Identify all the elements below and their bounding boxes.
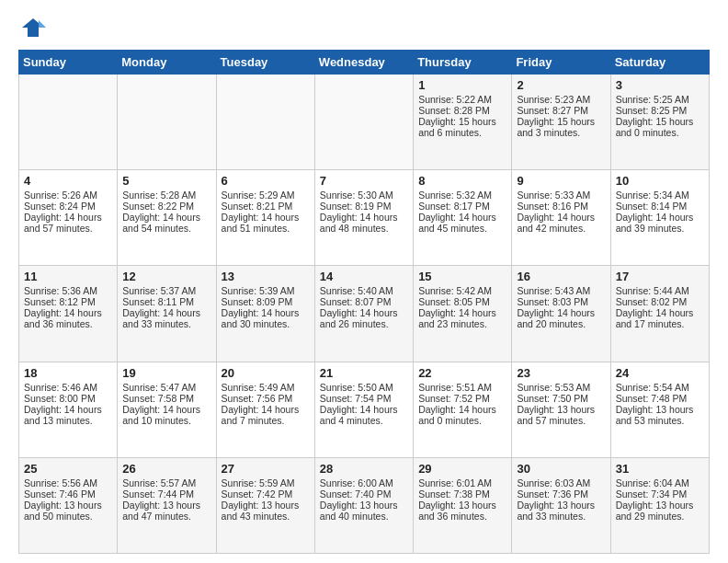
day-info: Sunrise: 5:23 AM [517, 94, 605, 105]
day-info: Daylight: 13 hours [517, 500, 605, 511]
day-info: and 33 minutes. [517, 511, 605, 522]
day-info: Sunrise: 5:49 AM [222, 382, 310, 393]
calendar-week-row: 25Sunrise: 5:56 AMSunset: 7:46 PMDayligh… [19, 457, 710, 553]
day-info: Sunrise: 5:59 AM [222, 477, 310, 488]
svg-marker-1 [39, 20, 46, 28]
calendar-cell: 14Sunrise: 5:40 AMSunset: 8:07 PMDayligh… [314, 266, 413, 362]
day-number: 5 [122, 174, 210, 188]
calendar-cell: 5Sunrise: 5:28 AMSunset: 8:22 PMDaylight… [118, 170, 216, 266]
day-info: and 6 minutes. [418, 127, 506, 138]
day-info: Daylight: 14 hours [418, 212, 506, 223]
day-info: Sunrise: 5:46 AM [24, 382, 112, 393]
day-info: Sunrise: 5:51 AM [418, 382, 506, 393]
calendar-cell: 10Sunrise: 5:34 AMSunset: 8:14 PMDayligh… [610, 170, 709, 266]
day-info: Sunrise: 5:28 AM [122, 190, 210, 201]
day-info: Sunset: 7:46 PM [24, 488, 112, 500]
day-info: Sunrise: 5:42 AM [418, 285, 506, 296]
day-number: 8 [418, 174, 506, 188]
day-number: 17 [616, 270, 704, 283]
day-info: Sunset: 8:22 PM [122, 201, 210, 212]
day-number: 18 [24, 366, 112, 380]
day-number: 29 [418, 462, 506, 476]
calendar-cell: 12Sunrise: 5:37 AMSunset: 8:11 PMDayligh… [118, 266, 216, 362]
day-info: Daylight: 14 hours [24, 212, 112, 223]
day-info: and 13 minutes. [24, 415, 112, 426]
day-info: Sunrise: 5:34 AM [616, 190, 704, 201]
calendar-cell: 2Sunrise: 5:23 AMSunset: 8:27 PMDaylight… [512, 75, 610, 170]
day-info: Sunset: 7:34 PM [616, 488, 704, 500]
day-info: Daylight: 14 hours [24, 307, 112, 318]
day-info: Sunset: 7:48 PM [616, 393, 704, 404]
calendar-week-row: 4Sunrise: 5:26 AMSunset: 8:24 PMDaylight… [19, 170, 710, 266]
day-info: and 53 minutes. [616, 415, 704, 426]
calendar-cell: 16Sunrise: 5:43 AMSunset: 8:03 PMDayligh… [512, 266, 610, 362]
day-info: Sunrise: 5:56 AM [24, 477, 112, 488]
calendar-cell: 4Sunrise: 5:26 AMSunset: 8:24 PMDaylight… [19, 170, 118, 266]
day-info: Sunset: 8:24 PM [24, 201, 112, 212]
calendar-cell [19, 75, 118, 170]
day-info: Sunset: 8:03 PM [517, 296, 605, 307]
day-number: 15 [418, 270, 506, 283]
calendar-cell: 18Sunrise: 5:46 AMSunset: 8:00 PMDayligh… [19, 362, 118, 457]
day-info: Daylight: 13 hours [122, 500, 210, 511]
day-info: Sunset: 7:56 PM [222, 393, 310, 404]
calendar-cell: 20Sunrise: 5:49 AMSunset: 7:56 PMDayligh… [216, 362, 314, 457]
calendar-cell: 6Sunrise: 5:29 AMSunset: 8:21 PMDaylight… [216, 170, 314, 266]
calendar-week-row: 11Sunrise: 5:36 AMSunset: 8:12 PMDayligh… [19, 266, 710, 362]
calendar-cell: 11Sunrise: 5:36 AMSunset: 8:12 PMDayligh… [19, 266, 118, 362]
day-info: and 50 minutes. [24, 511, 112, 522]
calendar-cell: 28Sunrise: 6:00 AMSunset: 7:40 PMDayligh… [314, 457, 413, 553]
day-info: Sunset: 7:42 PM [222, 488, 310, 500]
day-info: Daylight: 14 hours [122, 212, 210, 223]
weekday-header: Thursday [414, 51, 512, 75]
day-info: Daylight: 13 hours [222, 500, 310, 511]
calendar-cell: 15Sunrise: 5:42 AMSunset: 8:05 PMDayligh… [414, 266, 512, 362]
day-info: and 33 minutes. [122, 318, 210, 329]
calendar-week-row: 18Sunrise: 5:46 AMSunset: 8:00 PMDayligh… [19, 362, 710, 457]
day-number: 27 [222, 462, 310, 476]
day-info: Sunrise: 5:47 AM [122, 382, 210, 393]
weekday-header: Tuesday [216, 51, 314, 75]
day-number: 16 [517, 270, 605, 283]
day-info: Sunrise: 5:50 AM [320, 382, 408, 393]
day-info: Sunrise: 5:29 AM [222, 190, 310, 201]
day-info: and 36 minutes. [24, 318, 112, 329]
day-info: Sunrise: 6:03 AM [517, 477, 605, 488]
day-info: Daylight: 14 hours [517, 212, 605, 223]
day-info: Sunrise: 5:22 AM [418, 94, 506, 105]
calendar-cell: 21Sunrise: 5:50 AMSunset: 7:54 PMDayligh… [314, 362, 413, 457]
calendar-cell [216, 75, 314, 170]
calendar-cell: 29Sunrise: 6:01 AMSunset: 7:38 PMDayligh… [414, 457, 512, 553]
weekday-header: Sunday [19, 51, 118, 75]
day-info: Sunrise: 5:57 AM [122, 477, 210, 488]
day-number: 20 [222, 366, 310, 380]
logo-icon [20, 15, 46, 40]
day-info: Sunset: 8:16 PM [517, 201, 605, 212]
day-info: Sunset: 7:44 PM [122, 488, 210, 500]
day-info: and 0 minutes. [616, 127, 704, 138]
day-info: and 17 minutes. [616, 318, 704, 329]
calendar-cell: 7Sunrise: 5:30 AMSunset: 8:19 PMDaylight… [314, 170, 413, 266]
weekday-header: Friday [512, 51, 610, 75]
day-info: Sunrise: 5:25 AM [616, 94, 704, 105]
header [18, 15, 710, 40]
day-info: Sunset: 8:28 PM [418, 105, 506, 116]
calendar-cell: 27Sunrise: 5:59 AMSunset: 7:42 PMDayligh… [216, 457, 314, 553]
calendar-cell: 3Sunrise: 5:25 AMSunset: 8:25 PMDaylight… [610, 75, 709, 170]
day-number: 30 [517, 462, 605, 476]
day-info: Sunset: 7:36 PM [517, 488, 605, 500]
day-info: Sunset: 8:27 PM [517, 105, 605, 116]
calendar-week-row: 1Sunrise: 5:22 AMSunset: 8:28 PMDaylight… [19, 75, 710, 170]
day-info: Daylight: 14 hours [24, 404, 112, 415]
day-number: 7 [320, 174, 408, 188]
day-info: Sunrise: 5:26 AM [24, 190, 112, 201]
day-number: 24 [616, 366, 704, 380]
calendar-cell: 25Sunrise: 5:56 AMSunset: 7:46 PMDayligh… [19, 457, 118, 553]
day-info: Sunrise: 5:53 AM [517, 382, 605, 393]
day-number: 26 [122, 462, 210, 476]
day-info: Sunset: 8:17 PM [418, 201, 506, 212]
day-info: Daylight: 13 hours [418, 500, 506, 511]
calendar-cell: 8Sunrise: 5:32 AMSunset: 8:17 PMDaylight… [414, 170, 512, 266]
day-info: Daylight: 14 hours [616, 307, 704, 318]
day-info: Sunset: 8:02 PM [616, 296, 704, 307]
